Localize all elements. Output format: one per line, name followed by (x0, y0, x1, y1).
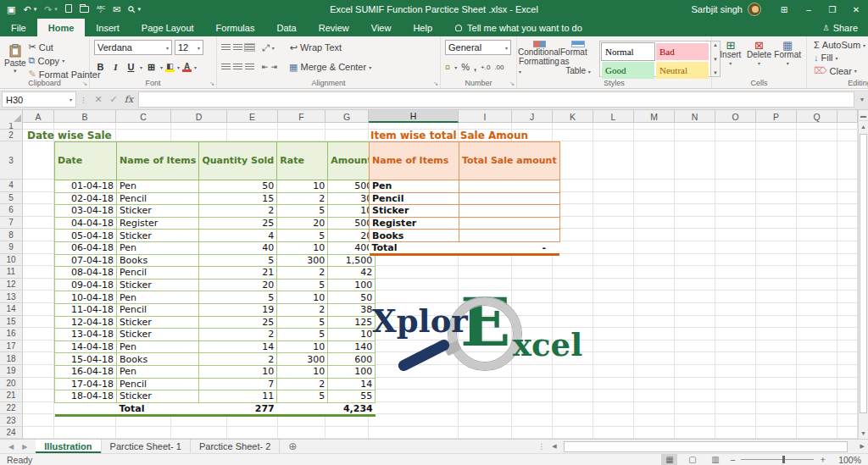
row-header-20[interactable]: 20 (0, 378, 23, 390)
close-button[interactable]: ✕ (844, 0, 868, 19)
summary-amount-cell[interactable] (459, 205, 560, 218)
redo-icon[interactable]: ↷ (44, 0, 52, 19)
email-icon[interactable]: ✉ (113, 0, 120, 19)
fill-button[interactable]: ↓Fill▾ (811, 52, 868, 64)
sale-cell[interactable]: 20 (277, 217, 328, 230)
customize-qat-icon[interactable]: ▾ (137, 0, 141, 19)
font-name-combo[interactable]: Verdana▾ (94, 40, 172, 55)
column-header-H[interactable]: H (369, 110, 459, 123)
summary-amount-cell[interactable] (459, 217, 560, 230)
sale-header-cell[interactable]: Rate (277, 142, 328, 180)
sale-table-title[interactable]: Date wise Sale (27, 130, 112, 141)
sale-cell[interactable]: Register (117, 217, 199, 230)
align-center-icon[interactable] (233, 64, 242, 70)
fill-color-icon[interactable]: ◧ (165, 62, 175, 72)
sale-cell[interactable]: 02-04-18 (55, 192, 117, 205)
sale-cell[interactable]: 14-04-18 (55, 340, 117, 353)
sale-cell[interactable]: 5 (199, 254, 277, 267)
row-header-9[interactable]: 9 (0, 241, 23, 254)
user-avatar[interactable] (748, 3, 761, 16)
sale-cell[interactable]: 5 (277, 329, 328, 341)
new-sheet-icon[interactable]: ⊕ (280, 440, 305, 453)
summary-item-cell[interactable]: Books (370, 230, 459, 242)
summary-total-label[interactable]: Total (370, 241, 459, 254)
vscroll-split-handle[interactable]: ▬ (859, 110, 868, 121)
align-top-icon[interactable] (221, 44, 231, 51)
italic-button[interactable]: I (109, 62, 122, 72)
alignment-dialog-launcher-icon[interactable]: ↘ (433, 80, 438, 87)
zoom-level[interactable]: 100% (834, 455, 861, 465)
paste-button[interactable]: Paste ▼ (4, 39, 26, 78)
sale-cell[interactable]: 7 (199, 378, 277, 390)
sale-cell[interactable]: 15 (199, 192, 277, 205)
sale-cell[interactable]: Pen (117, 241, 199, 254)
column-header-D[interactable]: D (171, 110, 227, 123)
column-header-M[interactable]: M (634, 110, 675, 123)
summary-amount-cell[interactable] (459, 192, 560, 205)
sale-total-cell[interactable] (277, 402, 328, 415)
sale-cell[interactable]: 5 (199, 291, 277, 304)
sale-cell[interactable]: 04-04-18 (55, 217, 117, 230)
tab-page-layout[interactable]: Page Layout (131, 19, 205, 36)
sale-cell[interactable]: 13-04-18 (55, 329, 117, 341)
name-box[interactable]: H30▾ (2, 91, 76, 108)
bold-button[interactable]: B (94, 62, 107, 72)
insert-function-icon[interactable]: fx (121, 94, 136, 105)
clear-button[interactable]: ⌦Clear▾ (811, 64, 868, 77)
sale-cell[interactable]: 300 (277, 353, 328, 366)
sale-cell[interactable]: 140 (328, 340, 376, 353)
sale-cell[interactable]: 10 (277, 241, 328, 254)
sale-cell[interactable]: Books (117, 353, 199, 366)
tab-file[interactable]: File (0, 19, 37, 36)
zoom-thumb[interactable] (782, 456, 785, 463)
sale-total-cell[interactable]: 4,234 (328, 402, 376, 415)
row-header-23[interactable]: 23 (0, 414, 23, 427)
sale-cell[interactable]: Pen (117, 365, 199, 378)
decrease-decimal-icon[interactable]: .00 (494, 64, 504, 71)
hscroll-track[interactable] (560, 441, 857, 452)
sale-cell[interactable]: 125 (328, 316, 376, 329)
sale-cell[interactable]: 50 (199, 180, 277, 193)
column-header-O[interactable]: O (715, 110, 756, 123)
sheet-tab-parctice-sheet-2[interactable]: Parctice Sheet- 2 (191, 440, 280, 453)
fill-color-dropdown-icon[interactable]: ▾ (177, 64, 180, 70)
summary-total-value[interactable]: - (459, 241, 560, 254)
sale-header-cell[interactable]: Date (55, 142, 117, 180)
format-cells-button[interactable]: ▦Format▾ (773, 39, 802, 69)
underline-dropdown-icon[interactable]: ▾ (140, 64, 142, 70)
sale-cell[interactable]: 16-04-18 (55, 365, 117, 378)
sale-cell[interactable]: 10 (277, 180, 328, 193)
zoom-in-icon[interactable]: ＋ (819, 454, 828, 465)
sale-cell[interactable]: 2 (277, 378, 328, 390)
autosum-button[interactable]: ΣAutoSum▾ (811, 39, 868, 51)
orientation-icon[interactable]: ⤢ (262, 42, 270, 53)
sale-total-cell[interactable]: 277 (199, 402, 277, 415)
row-header-10[interactable]: 10 (0, 254, 23, 267)
sale-cell[interactable]: Sticker (117, 230, 199, 242)
sale-cell[interactable]: 10 (277, 340, 328, 353)
row-header-22[interactable]: 22 (0, 402, 23, 415)
scroll-right-icon[interactable]: ▶ (857, 443, 868, 450)
sale-cell[interactable]: 600 (328, 353, 376, 366)
tab-insert[interactable]: Insert (85, 19, 131, 36)
sale-cell[interactable]: 11 (199, 390, 277, 403)
normal-view-icon[interactable]: ▦ (661, 454, 677, 465)
sale-total-cell[interactable]: Total (117, 402, 199, 415)
sale-cell[interactable]: 5 (277, 230, 328, 242)
tab-view[interactable]: View (360, 19, 403, 36)
row-header-16[interactable]: 16 (0, 328, 23, 340)
redo-dropdown-icon[interactable]: ▾ (54, 0, 58, 19)
undo-dropdown-icon[interactable]: ▾ (34, 0, 37, 19)
cancel-icon[interactable]: ✕ (91, 94, 106, 105)
sale-cell[interactable]: Sticker (117, 205, 199, 218)
column-header-N[interactable]: N (675, 110, 715, 123)
sale-cell[interactable]: 1,500 (328, 254, 376, 267)
style-bad[interactable]: Bad (656, 43, 709, 60)
column-header-G[interactable]: G (326, 110, 369, 123)
sale-cell[interactable]: Pencil (117, 378, 199, 390)
sale-cell[interactable]: 2 (277, 267, 328, 280)
column-header-J[interactable]: J (512, 110, 553, 123)
sale-cell[interactable]: 10 (277, 291, 328, 304)
row-header-5[interactable]: 5 (0, 192, 23, 205)
summary-amount-cell[interactable] (459, 230, 560, 242)
